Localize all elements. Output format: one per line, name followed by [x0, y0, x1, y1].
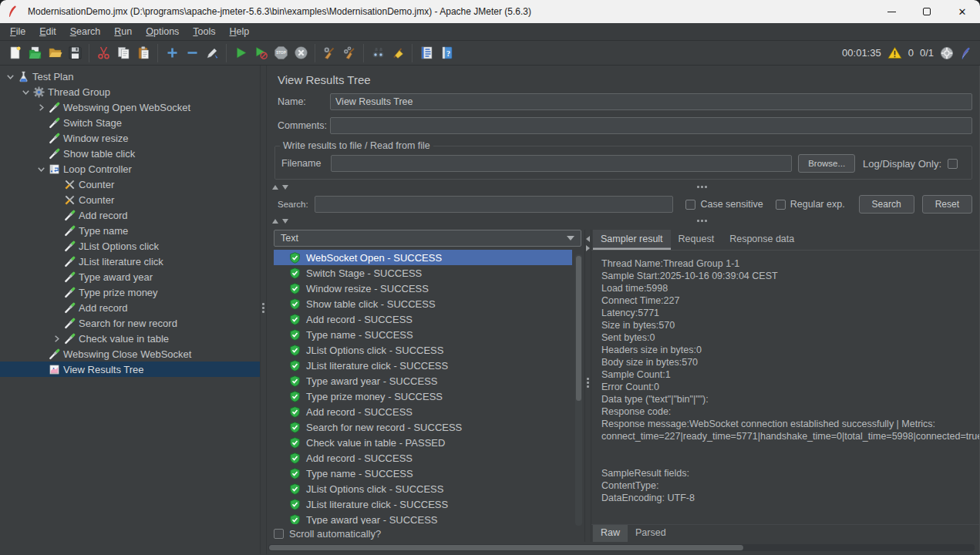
- tree-item-thread-group[interactable]: Thread Group: [0, 84, 260, 99]
- results-scrollbar[interactable]: [575, 254, 582, 526]
- tree-item-counter[interactable]: Counter: [0, 192, 260, 207]
- paste-button[interactable]: [133, 43, 153, 63]
- help-button[interactable]: ?: [436, 43, 456, 63]
- chevron-down-icon[interactable]: [35, 164, 47, 174]
- menu-search[interactable]: Search: [63, 25, 108, 39]
- clear-button[interactable]: [319, 43, 339, 63]
- menu-run[interactable]: Run: [107, 25, 139, 39]
- horizontal-splitter-bottom[interactable]: [267, 218, 979, 225]
- search-input[interactable]: [315, 196, 674, 213]
- log-display-only-checkbox[interactable]: [948, 159, 958, 169]
- scroll-automatically-checkbox[interactable]: [274, 529, 284, 539]
- horizontal-splitter-top[interactable]: [267, 184, 979, 191]
- tree-item-jlist-literature-click[interactable]: JList literature click: [0, 254, 260, 269]
- sampler-icon: [62, 240, 76, 252]
- result-item[interactable]: Window resize - SUCCESS: [274, 281, 572, 296]
- result-item[interactable]: JList literature click - SUCCESS: [274, 358, 572, 373]
- tree-splitter[interactable]: [260, 66, 267, 554]
- menu-options[interactable]: Options: [139, 25, 186, 39]
- cut-button[interactable]: [93, 43, 113, 63]
- tab-raw[interactable]: Raw: [593, 525, 628, 542]
- remove-element-button[interactable]: [182, 43, 202, 63]
- tree-item-window-resize[interactable]: Window resize: [0, 130, 260, 146]
- reset-button[interactable]: Reset: [922, 195, 972, 214]
- result-item[interactable]: JList Options click - SUCCESS: [274, 342, 572, 358]
- horizontal-scrollbar[interactable]: [268, 544, 975, 551]
- tree-item-switch-stage[interactable]: Switch Stage: [0, 115, 260, 130]
- clear-all-button[interactable]: [339, 43, 359, 63]
- renderer-select[interactable]: Text: [274, 230, 581, 247]
- tab-sampler-result[interactable]: Sampler result: [593, 230, 671, 250]
- results-splitter[interactable]: [584, 230, 591, 542]
- browse-button[interactable]: Browse...: [798, 154, 855, 173]
- edit-element-button[interactable]: [202, 43, 222, 63]
- result-item[interactable]: Type prize money - SUCCESS: [274, 388, 572, 404]
- case-sensitive-checkbox[interactable]: [685, 200, 695, 210]
- search-button[interactable]: Search: [859, 195, 914, 214]
- results-list: WebSocket Open - SUCCESSSwitch Stage - S…: [274, 250, 584, 524]
- tab-request[interactable]: Request: [671, 230, 722, 250]
- start-button[interactable]: [231, 43, 251, 63]
- name-input[interactable]: [330, 93, 972, 110]
- shutdown-button[interactable]: [291, 43, 311, 63]
- menu-tools[interactable]: Tools: [186, 25, 222, 39]
- tree-item-view-results-tree[interactable]: View Results Tree: [0, 362, 260, 377]
- chevron-right-icon[interactable]: [35, 103, 47, 113]
- chevron-down-icon[interactable]: [19, 87, 32, 97]
- tree-item-jlist-options-click[interactable]: JList Options click: [0, 238, 260, 254]
- regular-exp-checkbox[interactable]: [776, 200, 786, 210]
- search-button[interactable]: [368, 43, 388, 63]
- result-item[interactable]: Type name - SUCCESS: [274, 327, 572, 342]
- tree-item-type-award-year[interactable]: Type award year: [0, 269, 260, 284]
- result-item[interactable]: Add record - SUCCESS: [274, 311, 572, 327]
- chevron-right-icon[interactable]: [50, 334, 62, 344]
- title-bar: ModernisationDemo.jmx (D:\programs\apach…: [0, 0, 980, 23]
- warning-icon[interactable]: [887, 46, 902, 59]
- result-item[interactable]: Check value in table - PASSED: [274, 435, 572, 450]
- result-item[interactable]: Type name - SUCCESS: [274, 466, 572, 481]
- filename-input[interactable]: [331, 155, 792, 172]
- tree-item-search-for-new-record[interactable]: Search for new record: [0, 315, 260, 331]
- start-no-timers-button[interactable]: [251, 43, 271, 63]
- comments-input[interactable]: [330, 117, 972, 134]
- result-item[interactable]: Add record - SUCCESS: [274, 450, 572, 466]
- tree-item-counter[interactable]: Counter: [0, 177, 260, 192]
- minimize-button[interactable]: [874, 0, 909, 23]
- menu-file[interactable]: File: [3, 25, 32, 39]
- tab-response-data[interactable]: Response data: [722, 230, 802, 250]
- menu-help[interactable]: Help: [223, 25, 257, 39]
- result-item[interactable]: Search for new record - SUCCESS: [274, 419, 572, 435]
- result-item[interactable]: JList Options click - SUCCESS: [274, 481, 572, 496]
- tree-item-type-prize-money[interactable]: Type prize money: [0, 284, 260, 300]
- result-item[interactable]: Type award year - SUCCESS: [274, 373, 572, 388]
- tree-item-add-record[interactable]: Add record: [0, 300, 260, 315]
- result-item[interactable]: Switch Stage - SUCCESS: [274, 265, 572, 281]
- tree-item-loop-controller[interactable]: Loop Controller: [0, 161, 260, 177]
- chevron-down-icon[interactable]: [4, 72, 16, 82]
- add-element-button[interactable]: [162, 43, 182, 63]
- maximize-button[interactable]: [909, 0, 945, 23]
- templates-button[interactable]: [25, 43, 45, 63]
- close-button[interactable]: ✕: [945, 0, 980, 23]
- search-reset-button[interactable]: [388, 43, 408, 63]
- result-item[interactable]: Show table click - SUCCESS: [274, 296, 572, 311]
- result-item[interactable]: JList literature click - SUCCESS: [274, 496, 572, 512]
- menu-edit[interactable]: Edit: [32, 25, 63, 39]
- tree-item-webswing-close-websocket[interactable]: Webswing Close WebSocket: [0, 346, 260, 362]
- tree-item-webswing-open-websocket[interactable]: Webswing Open WebSocket: [0, 99, 260, 115]
- save-button[interactable]: [65, 43, 85, 63]
- result-item[interactable]: WebSocket Open - SUCCESS: [274, 250, 572, 265]
- tree-item-check-value-in-table[interactable]: Check value in table: [0, 331, 260, 346]
- stop-button[interactable]: STOP: [271, 43, 291, 63]
- tree-item-show-table-click[interactable]: Show table click: [0, 146, 260, 161]
- open-file-button[interactable]: [45, 43, 65, 63]
- tree-item-add-record[interactable]: Add record: [0, 207, 260, 223]
- result-item[interactable]: Type award year - SUCCESS: [274, 512, 572, 524]
- result-item[interactable]: Add record - SUCCESS: [274, 404, 572, 419]
- tree-item-type-name[interactable]: Type name: [0, 223, 260, 238]
- tab-parsed[interactable]: Parsed: [628, 525, 674, 542]
- copy-button[interactable]: [113, 43, 133, 63]
- function-helper-button[interactable]: [416, 43, 436, 63]
- new-testplan-button[interactable]: [5, 43, 25, 63]
- tree-item-test-plan[interactable]: Test Plan: [0, 69, 260, 84]
